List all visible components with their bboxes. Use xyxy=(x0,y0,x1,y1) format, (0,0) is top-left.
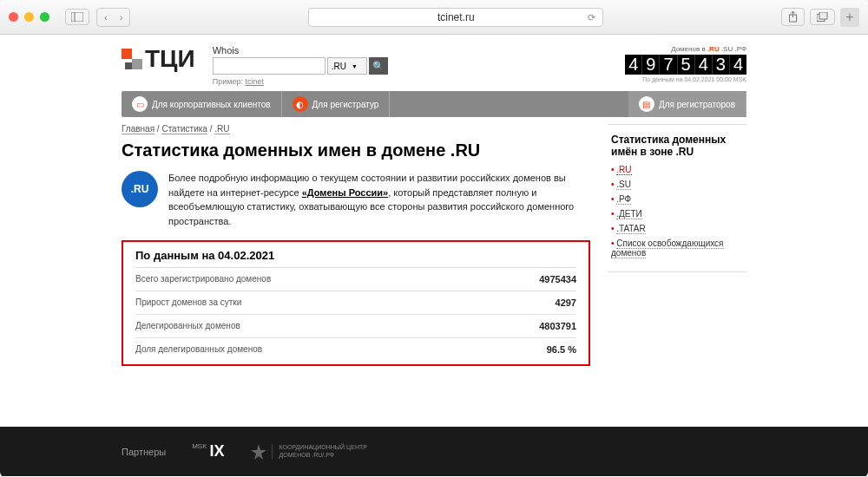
zone-link-deti[interactable]: .ДЕТИ xyxy=(616,209,642,219)
zone-link-ru[interactable]: .RU xyxy=(616,165,631,175)
mskix-logo[interactable]: MSKIX xyxy=(192,442,224,461)
nav-back-forward[interactable]: ‹ › xyxy=(96,8,130,27)
partners-label: Партнеры xyxy=(122,447,166,457)
sidebar-zones: Статистика доменных имён в зоне .RU .RU … xyxy=(608,124,746,272)
sidebar-toggle[interactable] xyxy=(65,9,89,25)
logo-icon xyxy=(122,49,142,69)
zone-item: .TATAR xyxy=(611,224,743,233)
whois-hint-link[interactable]: tcinet xyxy=(245,77,264,86)
stats-box: По данным на 04.02.2021 Всего зарегистри… xyxy=(122,240,590,366)
main-nav: ▭Для корпоративных клиентов ◐Для регистр… xyxy=(122,91,746,117)
zone-link-tatar[interactable]: .TATAR xyxy=(616,224,645,234)
close-window-icon[interactable] xyxy=(9,12,18,22)
footer: Партнеры MSKIX КООРДИНАЦИОННЫЙ ЦЕНТРДОМЕ… xyxy=(0,427,868,476)
browser-window: ‹ › tcinet.ru⟳ + ТЦИ Whois xyxy=(0,0,868,477)
breadcrumb: Главная / Статистика / .RU xyxy=(122,124,590,134)
svg-rect-0 xyxy=(71,12,83,22)
zone-link-su[interactable]: .SU xyxy=(616,180,631,190)
address-bar[interactable]: tcinet.ru⟳ xyxy=(308,8,603,27)
document-icon: ▤ xyxy=(639,96,654,112)
zone-item: .RU xyxy=(611,165,743,174)
tabs-button[interactable] xyxy=(810,9,835,25)
domains-russia-link[interactable]: «Домены России» xyxy=(302,187,389,198)
crumb-stat[interactable]: Статистика xyxy=(161,124,207,134)
viewport[interactable]: ТЦИ Whois .RU ▼ 🔍 Пример: tcinet Доменов… xyxy=(0,35,868,477)
star-icon xyxy=(251,444,266,460)
intro-text: Более подробную информацию о текущем сос… xyxy=(168,171,590,228)
sidebar-heading: Статистика доменных имён в зоне .RU xyxy=(611,134,743,158)
whois-label: Whois xyxy=(213,45,608,56)
browser-toolbar: ‹ › tcinet.ru⟳ + xyxy=(0,0,868,35)
nav-registrars[interactable]: ▤Для регистраторов xyxy=(628,91,746,117)
stat-row: Доля делегированных доменов96.5 % xyxy=(135,337,576,361)
counter-caption: Доменов в .RU .SU .РФ xyxy=(625,45,746,53)
coord-center-logo[interactable]: КООРДИНАЦИОННЫЙ ЦЕНТРДОМЕНОВ .RU/.РФ xyxy=(251,444,367,460)
nav-registries[interactable]: ◐Для регистратур xyxy=(282,91,391,117)
zone-link-rf[interactable]: .РФ xyxy=(616,194,631,205)
svg-rect-5 xyxy=(819,12,827,19)
domain-counter: 4975434 xyxy=(625,55,746,75)
window-controls xyxy=(9,12,49,22)
zone-item: Список освобождающихся доменов xyxy=(611,238,743,258)
stat-row: Прирост доменов за сутки4297 xyxy=(135,291,576,314)
ru-badge-icon: .RU xyxy=(122,171,158,207)
stat-row: Делегированных доменов4803791 xyxy=(135,314,576,337)
minimize-window-icon[interactable] xyxy=(24,12,34,22)
chevron-right-icon: › xyxy=(120,12,123,23)
page-title: Статистика доменных имен в домене .RU xyxy=(122,140,590,160)
releasing-link[interactable]: Список освобождающихся доменов xyxy=(611,238,724,258)
whois-hint: Пример: tcinet xyxy=(213,77,608,86)
tld-select[interactable]: .RU ▼ xyxy=(327,57,367,75)
svg-marker-6 xyxy=(251,444,266,460)
zone-item: .РФ xyxy=(611,194,743,204)
stats-heading: По данным на 04.02.2021 xyxy=(135,249,576,262)
briefcase-icon: ▭ xyxy=(132,96,148,112)
site-logo[interactable]: ТЦИ xyxy=(122,45,195,73)
logo-text: ТЦИ xyxy=(145,45,195,73)
search-icon: 🔍 xyxy=(372,61,385,72)
whois-input[interactable] xyxy=(213,57,326,75)
crumb-home[interactable]: Главная xyxy=(122,124,155,134)
chevron-left-icon: ‹ xyxy=(104,12,108,23)
whois-search-button[interactable]: 🔍 xyxy=(369,57,388,75)
counter-date: По данным на 04.02.2021 00:00 MSK xyxy=(625,76,746,82)
nav-corporate[interactable]: ▭Для корпоративных клиентов xyxy=(122,91,282,117)
chevron-down-icon: ▼ xyxy=(352,63,358,69)
reload-icon[interactable]: ⟳ xyxy=(588,12,595,23)
zone-item: .ДЕТИ xyxy=(611,209,743,219)
new-tab-button[interactable]: + xyxy=(840,8,859,27)
zone-item: .SU xyxy=(611,180,743,189)
crumb-ru[interactable]: .RU xyxy=(214,124,229,134)
maximize-window-icon[interactable] xyxy=(40,12,49,22)
share-button[interactable] xyxy=(781,8,805,26)
globe-icon: ◐ xyxy=(293,96,308,112)
stat-row: Всего зарегистрировано доменов4975434 xyxy=(135,267,576,291)
